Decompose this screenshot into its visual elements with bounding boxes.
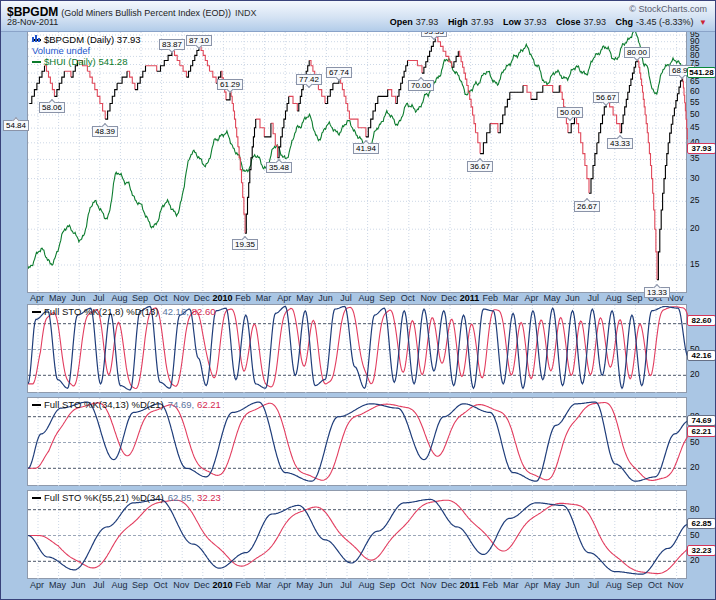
- volume-bars-icon: [32, 34, 40, 42]
- month-label: Jul: [340, 580, 352, 590]
- hui-legend-value: 541.28: [98, 56, 127, 67]
- month-label: Mar: [503, 293, 519, 303]
- main-chart-svg: [28, 32, 688, 294]
- month-label: May: [296, 580, 313, 590]
- chart-header: $BPGDM(Gold Miners Bullish Percent Index…: [1, 1, 715, 32]
- month-label: Jul: [93, 293, 105, 303]
- month-label: Aug: [111, 580, 127, 590]
- sto-panel-1: Full STO %K(21,8) %D(13)42.16,82.60: [27, 304, 687, 393]
- month-label: May: [49, 293, 66, 303]
- high-value: 37.93: [471, 17, 494, 27]
- open-label: Open: [390, 17, 413, 27]
- y-axis-tick-label: 20: [690, 224, 699, 233]
- low-label: Low: [503, 17, 521, 27]
- hui-legend-label: $HUI (Daily): [44, 56, 96, 67]
- month-label: Apr: [30, 580, 44, 590]
- month-label: Apr: [524, 580, 538, 590]
- pivot-value-callout: 54.84: [3, 120, 29, 131]
- high-label: High: [448, 17, 468, 27]
- month-label: Dec: [441, 580, 457, 590]
- month-label: Sep: [379, 293, 395, 303]
- month-label: Jun: [71, 293, 86, 303]
- month-label: Oct: [648, 580, 662, 590]
- y-axis-tick-label: 15: [690, 260, 699, 269]
- month-label: Dec: [441, 293, 457, 303]
- y-axis-tick-label: 50: [690, 531, 699, 540]
- month-label: Aug: [359, 580, 375, 590]
- price-tag: 32.23: [687, 545, 716, 556]
- y-axis-tick-label: 25: [690, 196, 699, 205]
- pivot-value-callout: 58.06: [39, 102, 65, 113]
- sto-panel-1-title: Full STO %K(21,8) %D(13)42.16,82.60: [32, 306, 216, 317]
- month-label: 2011: [460, 580, 480, 590]
- y-axis-tick-label: 60: [690, 87, 699, 96]
- sto-line-swatch-icon: [32, 311, 41, 313]
- close-label: Close: [556, 17, 581, 27]
- pivot-value-callout: 36.67: [467, 161, 493, 172]
- month-label: Jun: [565, 293, 580, 303]
- month-label: May: [543, 293, 560, 303]
- month-label: Apr: [277, 293, 291, 303]
- month-label: Oct: [154, 580, 168, 590]
- sto-d-line-series: [28, 500, 688, 573]
- month-label: May: [296, 293, 313, 303]
- month-label: Nov: [173, 293, 189, 303]
- stockcharts-sharpchart: $BPGDM(Gold Miners Bullish Percent Index…: [0, 0, 716, 600]
- sto-panel-2-name: Full STO %K(34,13) %D(21): [44, 399, 164, 410]
- sto-k-line-series: [28, 307, 688, 390]
- sto-d-line-series: [28, 307, 688, 389]
- sto-line-swatch-icon: [32, 497, 41, 499]
- price-tag: 74.69: [687, 415, 716, 426]
- month-label: Aug: [606, 293, 622, 303]
- month-label: Feb: [482, 580, 498, 590]
- y-axis-tick-label: 65: [690, 77, 699, 86]
- month-label: Sep: [379, 580, 395, 590]
- price-tag: 37.93: [687, 143, 716, 154]
- month-label: Sep: [626, 293, 642, 303]
- month-label: Sep: [132, 580, 148, 590]
- sto-panel-3-svg: [28, 491, 688, 580]
- sto-panel-3-k-value: 62.85,: [168, 492, 194, 503]
- quote-row: 28-Nov-2011 Open37.93 High37.93 Low37.93…: [7, 17, 709, 30]
- month-label: 2010: [212, 580, 232, 590]
- month-label: Jun: [318, 293, 333, 303]
- month-label: Dec: [194, 293, 210, 303]
- sto-panel-2-title: Full STO %K(34,13) %D(21)74.69,62.21: [32, 399, 221, 410]
- month-label: Oct: [154, 293, 168, 303]
- sto-panel-2: Full STO %K(34,13) %D(21)74.69,62.21: [27, 397, 687, 486]
- month-label: Apr: [277, 580, 291, 590]
- pivot-value-callout: 35.48: [266, 162, 292, 173]
- sto-panel-2-k-value: 74.69,: [168, 399, 194, 410]
- month-axis-bottom: AprMayJunJulAugSepOctNovDec2010FebMarApr…: [27, 579, 687, 591]
- sto-panel-1-k-value: 42.16,: [162, 306, 188, 317]
- month-label: Jun: [71, 580, 86, 590]
- price-tag: 541.28: [687, 67, 716, 78]
- pivot-value-callout: 43.33: [607, 138, 633, 149]
- y-axis-tick-label: 55: [690, 98, 699, 107]
- bpgdm-legend-label: $BPGDM (Daily): [44, 34, 114, 45]
- sto-panel-2-svg: [28, 398, 688, 487]
- change-down-dropdown-icon[interactable]: ▼: [699, 18, 707, 27]
- month-label: Nov: [668, 580, 684, 590]
- month-label: Feb: [235, 293, 251, 303]
- sto-k-line-series: [28, 499, 688, 574]
- month-label: Jun: [565, 580, 580, 590]
- pivot-value-callout: 41.94: [353, 143, 379, 154]
- sto-panel-3-title: Full STO %K(55,21) %D(34)62.85,32.23: [32, 492, 221, 503]
- legend-bpgdm: $BPGDM (Daily) 37.93: [32, 34, 141, 45]
- month-label: Jul: [587, 293, 599, 303]
- month-label: Aug: [606, 580, 622, 590]
- pivot-value-callout: 19.35: [232, 239, 258, 250]
- pivot-value-callout: 77.42: [296, 74, 322, 85]
- month-label: May: [543, 580, 560, 590]
- sto-panel-1-name: Full STO %K(21,8) %D(13): [44, 306, 158, 317]
- y-axis-tick-label: 80: [690, 505, 699, 514]
- month-label: Oct: [401, 293, 415, 303]
- month-label: Sep: [132, 293, 148, 303]
- month-label: Jun: [318, 580, 333, 590]
- chart-date: 28-Nov-2011: [7, 17, 58, 27]
- month-label: Feb: [482, 293, 498, 303]
- price-tag: 82.60: [687, 315, 716, 326]
- volume-legend-label: Volume: [32, 45, 64, 56]
- right-axis: 9590858075706560555045403530252015805020…: [687, 31, 716, 591]
